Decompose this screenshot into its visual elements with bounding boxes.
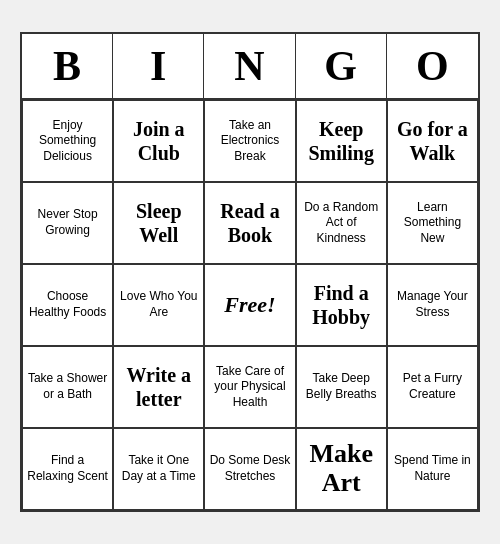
- bingo-cell-24: Spend Time in Nature: [387, 428, 478, 510]
- bingo-cell-13: Find a Hobby: [296, 264, 387, 346]
- bingo-cell-18: Take Deep Belly Breaths: [296, 346, 387, 428]
- bingo-cell-9: Learn Something New: [387, 182, 478, 264]
- bingo-letter-N: N: [204, 34, 295, 98]
- bingo-cell-1: Join a Club: [113, 100, 204, 182]
- bingo-cell-23: Make Art: [296, 428, 387, 510]
- bingo-cell-21: Take it One Day at a Time: [113, 428, 204, 510]
- bingo-letter-I: I: [113, 34, 204, 98]
- bingo-cell-8: Do a Random Act of Kindness: [296, 182, 387, 264]
- bingo-cell-10: Choose Healthy Foods: [22, 264, 113, 346]
- bingo-cell-4: Go for a Walk: [387, 100, 478, 182]
- bingo-cell-7: Read a Book: [204, 182, 295, 264]
- bingo-cell-17: Take Care of your Physical Health: [204, 346, 295, 428]
- bingo-cell-12: Free!: [204, 264, 295, 346]
- bingo-cell-16: Write a letter: [113, 346, 204, 428]
- bingo-cell-14: Manage Your Stress: [387, 264, 478, 346]
- bingo-grid: Enjoy Something DeliciousJoin a ClubTake…: [22, 100, 478, 510]
- bingo-cell-15: Take a Shower or a Bath: [22, 346, 113, 428]
- bingo-cell-20: Find a Relaxing Scent: [22, 428, 113, 510]
- bingo-cell-2: Take an Electronics Break: [204, 100, 295, 182]
- bingo-card: BINGO Enjoy Something DeliciousJoin a Cl…: [20, 32, 480, 512]
- bingo-letter-O: O: [387, 34, 478, 98]
- bingo-letter-B: B: [22, 34, 113, 98]
- bingo-cell-5: Never Stop Growing: [22, 182, 113, 264]
- bingo-cell-11: Love Who You Are: [113, 264, 204, 346]
- bingo-cell-22: Do Some Desk Stretches: [204, 428, 295, 510]
- bingo-cell-6: Sleep Well: [113, 182, 204, 264]
- bingo-header: BINGO: [22, 34, 478, 100]
- bingo-cell-3: Keep Smiling: [296, 100, 387, 182]
- bingo-letter-G: G: [296, 34, 387, 98]
- bingo-cell-19: Pet a Furry Creature: [387, 346, 478, 428]
- bingo-cell-0: Enjoy Something Delicious: [22, 100, 113, 182]
